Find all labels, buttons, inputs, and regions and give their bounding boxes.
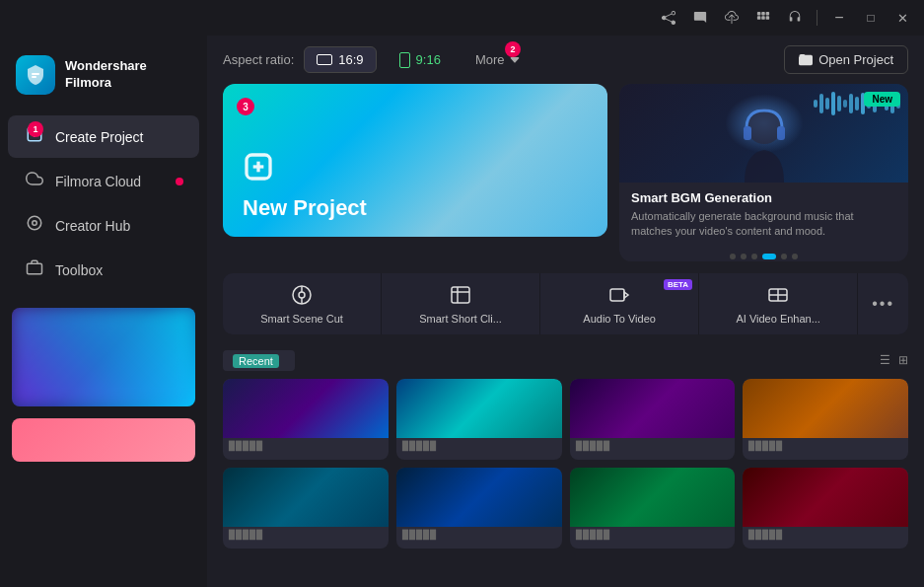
ai-tool-smart-scene-cut[interactable]: Smart Scene Cut xyxy=(223,273,382,334)
bgm-card-image: New xyxy=(619,84,908,183)
bgm-card[interactable]: New Smart BGM Generation Automatically g… xyxy=(619,84,908,261)
grid-view-icon[interactable]: ⊞ xyxy=(898,353,908,367)
thumbnail-6[interactable]: ▉▉▉▉▉ xyxy=(396,468,562,549)
ai-tool-ai-video-enhance[interactable]: AI Video Enhan... xyxy=(699,273,858,334)
more-aspect-button[interactable]: More xyxy=(463,47,533,72)
toolbar: Aspect ratio: 2 16:9 9:16 More Open Proj… xyxy=(207,36,924,84)
svg-rect-16 xyxy=(825,98,829,110)
svg-rect-21 xyxy=(855,97,859,110)
cloud-upload-icon[interactable] xyxy=(718,4,746,32)
recent-label: Recent xyxy=(223,350,295,371)
thumb-label-6: ▉▉▉▉▉ xyxy=(396,527,562,543)
thumb-inner-5 xyxy=(223,468,389,527)
bgm-title: Smart BGM Generation xyxy=(631,190,896,205)
thumbnail-4[interactable]: ▉▉▉▉▉ xyxy=(743,379,908,460)
bgm-new-badge: New xyxy=(864,92,900,107)
sidebar-item-create-project[interactable]: 1 Create Project xyxy=(8,115,199,158)
open-project-button[interactable]: Open Project xyxy=(784,45,908,74)
thumb-label-4: ▉▉▉▉▉ xyxy=(743,438,908,454)
aspect-169-button[interactable]: 16:9 xyxy=(304,46,376,73)
share-icon[interactable] xyxy=(655,4,682,32)
ai-tools-row: Smart Scene Cut Smart Short Cli... BETA … xyxy=(207,273,924,346)
sidebar-item-toolbox[interactable]: Toolbox xyxy=(8,249,199,291)
recent-thumbnails-row2: ▉▉▉▉▉ ▉▉▉▉▉ ▉▉▉▉▉ ▉▉▉▉▉ xyxy=(207,460,924,549)
section-label-row: Recent ☰ ⊞ xyxy=(207,346,924,379)
dot-5[interactable] xyxy=(781,254,787,259)
titlebar: − □ ✕ xyxy=(0,0,924,36)
toolbox-icon xyxy=(24,258,45,281)
svg-point-30 xyxy=(299,292,305,298)
bgm-carousel-dots xyxy=(619,250,908,261)
bgm-description: Automatically generate background music … xyxy=(631,209,896,240)
thumb-blur xyxy=(12,308,195,406)
sidebar-thumbnail-1[interactable] xyxy=(12,308,195,406)
filmora-cloud-dot xyxy=(176,178,183,185)
app-logo-icon xyxy=(16,55,55,95)
svg-rect-12 xyxy=(744,126,751,140)
sidebar-thumbnail-2[interactable] xyxy=(12,418,195,462)
minimize-button[interactable]: − xyxy=(825,4,853,32)
thumbnail-2[interactable]: ▉▉▉▉▉ xyxy=(396,379,562,460)
svg-rect-18 xyxy=(837,96,841,111)
sidebar-item-creator-hub[interactable]: Creator Hub xyxy=(8,204,199,247)
ai-tool-audio-to-video[interactable]: BETA Audio To Video xyxy=(540,273,699,334)
thumbnail-5[interactable]: ▉▉▉▉▉ xyxy=(223,468,389,549)
svg-rect-7 xyxy=(28,263,42,274)
sidebar-logo: Wondershare Filmora xyxy=(0,43,207,114)
thumbnail-7[interactable]: ▉▉▉▉▉ xyxy=(570,468,736,549)
thumbnail-3[interactable]: ▉▉▉▉▉ xyxy=(570,379,736,460)
thumb-inner-1 xyxy=(223,379,389,438)
ai-tools-more-button[interactable]: ••• xyxy=(858,273,908,334)
thumb-inner-7 xyxy=(570,468,736,527)
svg-point-6 xyxy=(28,216,41,230)
thumbnail-1[interactable]: ▉▉▉▉▉ xyxy=(223,379,389,460)
svg-rect-15 xyxy=(819,94,823,113)
cloud-icon xyxy=(24,170,45,192)
content-area: Aspect ratio: 2 16:9 9:16 More Open Proj… xyxy=(207,36,924,587)
ai-tool-smart-short-clip[interactable]: Smart Short Cli... xyxy=(382,273,540,334)
smart-short-clip-label: Smart Short Cli... xyxy=(419,313,502,325)
svg-rect-14 xyxy=(814,100,817,108)
dot-2[interactable] xyxy=(741,254,746,259)
aspect-916-button[interactable]: 9:16 xyxy=(387,46,454,74)
cards-row: 3 New Project xyxy=(207,84,924,273)
audio-to-video-icon xyxy=(607,283,631,307)
smart-short-clip-icon xyxy=(449,283,472,307)
maximize-button[interactable]: □ xyxy=(857,4,885,32)
thumb-label-5: ▉▉▉▉▉ xyxy=(223,527,389,543)
thumb-inner-6 xyxy=(396,468,562,527)
thumb-label-2: ▉▉▉▉▉ xyxy=(396,438,562,454)
dot-6[interactable] xyxy=(792,254,798,259)
svg-rect-13 xyxy=(777,126,785,140)
creator-hub-icon xyxy=(24,214,45,237)
sidebar-label-creator: Creator Hub xyxy=(55,218,130,234)
thumbnail-8[interactable]: ▉▉▉▉▉ xyxy=(743,468,908,549)
close-button[interactable]: ✕ xyxy=(888,4,916,32)
message-icon[interactable] xyxy=(686,4,714,32)
new-project-title: New Project xyxy=(243,195,588,221)
smart-scene-cut-label: Smart Scene Cut xyxy=(260,313,343,325)
windows-icon[interactable] xyxy=(749,4,777,32)
thumb-inner-4 xyxy=(743,379,908,438)
sidebar-label-cloud: Filmora Cloud xyxy=(55,174,141,189)
svg-rect-33 xyxy=(452,287,469,303)
ai-video-enhance-icon xyxy=(766,283,790,307)
dot-3[interactable] xyxy=(751,254,757,259)
badge-1: 1 xyxy=(28,121,43,137)
dot-1[interactable] xyxy=(730,254,736,259)
new-project-card[interactable]: 3 New Project xyxy=(223,84,607,237)
sidebar-item-filmora-cloud[interactable]: Filmora Cloud xyxy=(8,160,199,202)
dot-4[interactable] xyxy=(762,254,776,259)
svg-rect-36 xyxy=(610,289,624,301)
list-view-icon[interactable]: ☰ xyxy=(880,353,890,367)
thumb-label-3: ▉▉▉▉▉ xyxy=(570,438,736,454)
new-project-plus-icon xyxy=(243,151,588,189)
main-layout: Wondershare Filmora 1 Create Project Fil… xyxy=(0,36,924,587)
logo-text: Wondershare Filmora xyxy=(65,58,147,92)
titlebar-divider xyxy=(817,10,817,26)
recent-thumbnails-row1: ▉▉▉▉▉ ▉▉▉▉▉ ▉▉▉▉▉ ▉▉▉▉▉ xyxy=(207,379,924,460)
svg-rect-17 xyxy=(831,92,835,115)
svg-marker-37 xyxy=(624,292,628,298)
thumb-label-7: ▉▉▉▉▉ xyxy=(570,527,736,543)
headset-icon[interactable] xyxy=(781,4,809,32)
